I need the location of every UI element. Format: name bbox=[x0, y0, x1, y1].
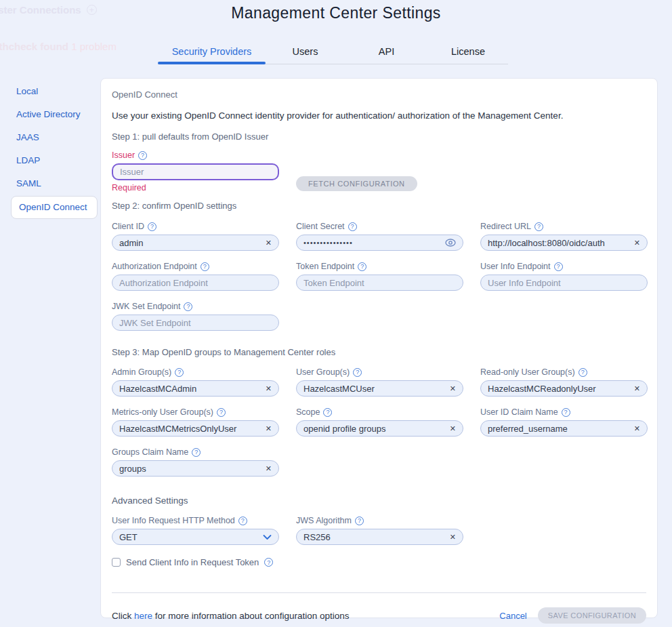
sidebar-item-openid-connect[interactable]: OpenID Connect bbox=[11, 196, 98, 219]
send-client-info-checkbox[interactable] bbox=[112, 558, 121, 567]
clear-icon[interactable] bbox=[634, 239, 640, 247]
step2-fields-row1: Client ID admin Client Secret ••••••••••… bbox=[112, 222, 646, 251]
client-id-input[interactable]: admin bbox=[112, 235, 279, 251]
clear-icon[interactable] bbox=[450, 424, 456, 433]
user-info-endpoint-label: User Info Endpoint bbox=[480, 262, 648, 271]
redirect-url-label: Redirect URL bbox=[480, 222, 648, 231]
groups-claim-label: Groups Claim Name bbox=[112, 447, 279, 457]
readonly-groups-label: Read-only User Group(s) bbox=[480, 367, 648, 377]
sidebar-item-local[interactable]: Local bbox=[11, 80, 98, 103]
help-icon[interactable] bbox=[348, 222, 357, 231]
redirect-url-input[interactable]: http://localhost:8080/oidc/auth bbox=[480, 235, 648, 251]
help-icon[interactable] bbox=[554, 262, 563, 271]
issuer-row: Issuer Issuer Required FETCH CONFIGURATI… bbox=[112, 150, 646, 193]
clear-icon[interactable] bbox=[634, 384, 640, 393]
client-secret-label: Client Secret bbox=[296, 222, 463, 231]
help-icon[interactable] bbox=[138, 151, 147, 160]
user-groups-label: User Group(s) bbox=[296, 367, 463, 377]
authorization-endpoint-input[interactable]: Authorization Endpoint bbox=[112, 275, 279, 291]
background-remnant-problem-text: 1 problem bbox=[71, 41, 117, 52]
sidebar-item-ldap[interactable]: LDAP bbox=[11, 149, 98, 172]
help-icon[interactable] bbox=[358, 262, 366, 271]
cancel-button[interactable]: Cancel bbox=[499, 611, 526, 621]
help-icon[interactable] bbox=[192, 448, 201, 457]
footer-info-text: Click here for more information about co… bbox=[112, 611, 349, 621]
sidebar-item-active-directory[interactable]: Active Directory bbox=[11, 103, 98, 126]
step2-text: Step 2: confirm OpenID settings bbox=[112, 201, 646, 211]
clear-icon[interactable] bbox=[450, 533, 456, 542]
metrics-groups-input[interactable]: HazelcastMCMetricsOnlyUser bbox=[112, 420, 279, 437]
step2-fields-row3: JWK Set Endpoint JWK Set Endpoint bbox=[112, 302, 646, 331]
background-remnant-text: althcheck found bbox=[0, 41, 71, 52]
clear-icon[interactable] bbox=[266, 464, 272, 473]
clear-icon[interactable] bbox=[266, 239, 272, 247]
client-id-label: Client ID bbox=[112, 222, 279, 231]
help-icon[interactable] bbox=[353, 368, 362, 377]
issuer-placeholder: Issuer bbox=[120, 167, 271, 177]
tab-api[interactable]: API bbox=[345, 43, 428, 64]
clear-icon[interactable] bbox=[266, 424, 272, 433]
help-icon[interactable] bbox=[184, 302, 192, 311]
save-configuration-button[interactable]: SAVE CONFIGURATION bbox=[538, 607, 646, 624]
user-id-claim-input[interactable]: preferred_username bbox=[480, 420, 648, 437]
help-icon[interactable] bbox=[355, 517, 364, 525]
panel-description: Use your existing OpenID Connect identit… bbox=[112, 110, 646, 121]
background-remnant-healthcheck: althcheck found 1 problem bbox=[0, 41, 117, 52]
step3-fields-row1: Admin Group(s) HazelcastMCAdmin User Gro… bbox=[112, 367, 646, 397]
help-icon[interactable] bbox=[201, 262, 209, 271]
step3-fields-row3: Groups Claim Name groups bbox=[112, 447, 646, 477]
readonly-groups-input[interactable]: HazelcastMCReadonlyUser bbox=[480, 380, 648, 397]
panel-footer: Click here for more information about co… bbox=[112, 607, 646, 624]
help-icon[interactable] bbox=[175, 368, 184, 377]
sidebar-item-jaas[interactable]: JAAS bbox=[11, 126, 98, 149]
client-secret-input[interactable]: ••••••••••••••• bbox=[296, 235, 463, 251]
help-icon[interactable] bbox=[264, 558, 273, 567]
help-icon[interactable] bbox=[148, 222, 156, 231]
metrics-groups-label: Metrics-only User Group(s) bbox=[112, 407, 279, 417]
clear-icon[interactable] bbox=[450, 384, 456, 393]
jws-algorithm-label: JWS Algorithm bbox=[296, 516, 463, 525]
user-groups-input[interactable]: HazelcastMCUser bbox=[296, 380, 463, 397]
jwk-set-endpoint-input[interactable]: JWK Set Endpoint bbox=[112, 315, 279, 331]
tab-users[interactable]: Users bbox=[266, 43, 345, 64]
here-link[interactable]: here bbox=[134, 611, 152, 621]
user-info-endpoint-input[interactable]: User Info Endpoint bbox=[480, 275, 648, 291]
scope-label: Scope bbox=[296, 407, 463, 417]
clear-icon[interactable] bbox=[634, 424, 640, 433]
issuer-input[interactable]: Issuer bbox=[112, 163, 279, 180]
chevron-down-icon[interactable] bbox=[263, 534, 272, 540]
clear-icon[interactable] bbox=[266, 384, 272, 393]
jws-algorithm-input[interactable]: RS256 bbox=[296, 529, 463, 545]
token-endpoint-label: Token Endpoint bbox=[296, 262, 463, 271]
send-client-info-row: Send Client Info in Request Token bbox=[112, 557, 646, 567]
tab-security-providers[interactable]: Security Providers bbox=[158, 43, 266, 64]
fetch-configuration-button[interactable]: FETCH CONFIGURATION bbox=[296, 176, 417, 191]
openid-connect-panel: OpenID Connect Use your existing OpenID … bbox=[100, 78, 658, 618]
tab-license[interactable]: License bbox=[428, 43, 508, 64]
help-icon[interactable] bbox=[534, 222, 543, 231]
scope-input[interactable]: openid profile groups bbox=[296, 420, 463, 437]
issuer-label-text: Issuer bbox=[112, 150, 135, 160]
authorization-endpoint-label: Authorization Endpoint bbox=[112, 262, 279, 271]
advanced-fields-row: User Info Request HTTP Method GET JWS Al… bbox=[112, 516, 646, 545]
page-title: Management Center Settings bbox=[0, 4, 672, 22]
help-icon[interactable] bbox=[217, 408, 226, 417]
step2-fields-row2: Authorization Endpoint Authorization End… bbox=[112, 262, 646, 291]
help-icon[interactable] bbox=[562, 408, 570, 417]
help-icon[interactable] bbox=[579, 368, 587, 377]
http-method-select[interactable]: GET bbox=[112, 529, 279, 545]
tab-bar: Security Providers Users API License bbox=[158, 43, 508, 64]
admin-groups-input[interactable]: HazelcastMCAdmin bbox=[112, 380, 279, 397]
issuer-required-error: Required bbox=[112, 183, 279, 193]
footer-divider bbox=[112, 592, 646, 593]
token-endpoint-input[interactable]: Token Endpoint bbox=[296, 275, 463, 291]
help-icon[interactable] bbox=[238, 517, 247, 525]
eye-icon[interactable] bbox=[445, 239, 456, 247]
advanced-settings-heading: Advanced Settings bbox=[112, 495, 646, 506]
security-provider-sidebar: Local Active Directory JAAS LDAP SAML Op… bbox=[11, 80, 98, 219]
step1-text: Step 1: pull defaults from OpenID Issuer bbox=[112, 132, 646, 142]
send-client-info-label: Send Client Info in Request Token bbox=[126, 557, 259, 567]
groups-claim-input[interactable]: groups bbox=[112, 460, 279, 477]
sidebar-item-saml[interactable]: SAML bbox=[11, 172, 98, 195]
help-icon[interactable] bbox=[323, 408, 332, 417]
